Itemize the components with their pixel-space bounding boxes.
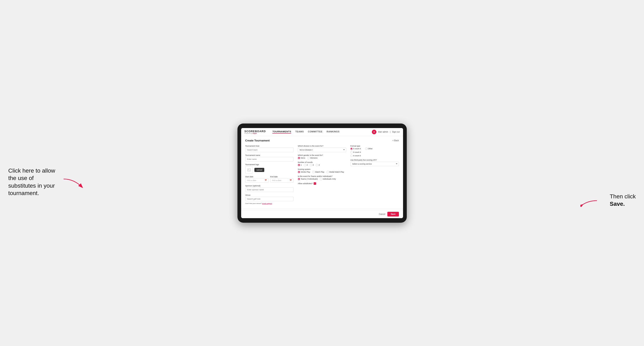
venue-input[interactable] (245, 197, 294, 201)
page-content: Create Tournament < Back Tournament Host… (241, 136, 403, 207)
rounds-1-radio[interactable] (298, 164, 300, 166)
nav-teams[interactable]: TEAMS (295, 130, 304, 134)
event-individuals[interactable]: Individuals Only (320, 178, 336, 180)
substitutes-item[interactable]: Allow substitutes? ✓ (298, 182, 346, 185)
save-annotation: Save. (610, 201, 625, 207)
rounds-group: Number of rounds 1 2 (298, 161, 346, 166)
gender-group: Which gender is the event for? Mens Wome… (298, 154, 346, 159)
scoring-medal-radio[interactable] (326, 171, 329, 173)
scoring-stroke-radio[interactable] (298, 171, 300, 173)
tournament-logo-label: Tournament logo (245, 164, 294, 166)
rounds-3[interactable]: 3 (310, 164, 314, 166)
rounds-4-radio[interactable] (316, 164, 318, 166)
format-other[interactable]: Other (365, 148, 373, 150)
left-arrow-icon (62, 177, 86, 189)
scoring-options: Stroke Play Match Play Medal Match Play (298, 171, 346, 173)
nav-right: B blair admin | Sign out (372, 130, 400, 134)
rounds-3-radio[interactable] (310, 164, 312, 166)
right-arrow-icon (580, 198, 599, 207)
format-group: Format type 5 count 4 Other (350, 145, 399, 157)
logo-clippd: clippd (252, 133, 257, 134)
rounds-2[interactable]: 2 (304, 164, 308, 166)
scoring-match[interactable]: Match Play (312, 171, 324, 173)
gender-womens[interactable]: Womens (307, 157, 317, 159)
back-button[interactable]: < Back (392, 139, 399, 142)
event-type-label: Is this event for Teams and/or Individua… (298, 175, 346, 177)
scoring-stroke[interactable]: Stroke Play (298, 171, 310, 173)
format-5count4[interactable]: 5 count 4 (350, 148, 361, 150)
tablet-device: SCOREBOARD Powered by clippd TOURNAMENTS… (238, 124, 407, 223)
sign-out-link[interactable]: Sign out (392, 131, 400, 133)
save-button[interactable]: Save (387, 212, 399, 216)
event-teams[interactable]: Teams (+Individuals) (298, 178, 318, 180)
tournament-name-input[interactable] (245, 157, 294, 162)
scoring-stroke-label: Stroke Play (301, 171, 310, 173)
form-col-2: Which division is the event for? NCAA Di… (298, 145, 346, 204)
sponsor-input[interactable] (245, 187, 294, 192)
tournament-host-label: Tournament Host (245, 145, 294, 147)
format-options: 5 count 4 Other 6 count 4 (350, 148, 399, 157)
substitutes-checkbox[interactable]: ✓ (314, 182, 316, 185)
tournament-host-input[interactable] (245, 148, 294, 152)
rounds-4[interactable]: 4 (316, 164, 320, 166)
division-select[interactable]: NCAA Division I (298, 148, 346, 152)
format-6count4-radio[interactable] (350, 151, 353, 154)
calendar-icon: 📅 (265, 179, 267, 181)
division-label: Which division is the event for? (298, 145, 346, 147)
event-teams-label: Teams (+Individuals) (301, 178, 318, 180)
end-date-group: End date Pick a date 📅 (270, 176, 294, 183)
api-select[interactable]: Select a scoring service (350, 162, 399, 166)
sponsor-group: Sponsor (optional) (245, 185, 294, 192)
rounds-1-label: 1 (301, 164, 302, 166)
division-group: Which division is the event for? NCAA Di… (298, 145, 346, 152)
nav-committee[interactable]: COMMITTEE (308, 130, 322, 134)
scoring-medal[interactable]: Medal Match Play (326, 171, 344, 173)
api-label: Use third-party live scoring API? (350, 159, 399, 161)
page-title: Create Tournament (245, 139, 270, 142)
gender-options: Mens Womens (298, 157, 346, 159)
rounds-options: 1 2 3 (298, 164, 346, 166)
event-type-options: Teams (+Individuals) Individuals Only (298, 178, 346, 180)
left-annotation: Click here to allow the use of substitut… (8, 167, 62, 197)
format-6count5-radio[interactable] (350, 155, 353, 157)
scoring-match-radio[interactable] (312, 171, 314, 173)
tournament-logo-group: Tournament logo Upload (245, 164, 294, 173)
format-5count4-radio[interactable] (350, 148, 353, 150)
format-6count4-label: 6 count 4 (353, 151, 361, 153)
sponsor-label: Sponsor (optional) (245, 185, 294, 187)
format-6count5[interactable]: 6 count 5 (350, 155, 399, 157)
gender-mens-radio[interactable] (298, 157, 300, 159)
gender-womens-label: Womens (310, 157, 317, 159)
nav-rankings[interactable]: RANKINGS (327, 130, 340, 134)
format-label: Format type (350, 145, 399, 147)
start-date-input[interactable]: Pick a date 📅 (245, 178, 269, 183)
scoring-medal-label: Medal Match Play (329, 171, 344, 173)
logo-powered: Powered by clippd (244, 133, 266, 134)
venue-group: Venue Can't find your venue? email suppo… (245, 194, 294, 204)
event-individuals-radio[interactable] (320, 178, 322, 180)
gender-label: Which gender is the event for? (298, 154, 346, 156)
event-individuals-label: Individuals Only (323, 178, 336, 180)
nav-tournaments[interactable]: TOURNAMENTS (272, 130, 291, 134)
rounds-1[interactable]: 1 (298, 164, 302, 166)
rounds-4-label: 4 (318, 164, 320, 166)
gender-womens-radio[interactable] (307, 157, 310, 159)
rounds-2-radio[interactable] (304, 164, 306, 166)
tournament-name-label: Tournament name (245, 154, 294, 156)
nav-separator: | (390, 131, 390, 133)
format-5count4-label: 5 count 4 (353, 148, 361, 150)
format-6count4[interactable]: 6 count 4 (350, 151, 399, 154)
format-6count5-label: 6 count 5 (353, 155, 361, 157)
venue-help: Can't find your venue? email support (245, 202, 294, 204)
format-other-label: Other (368, 148, 373, 150)
upload-button[interactable]: Upload (254, 168, 264, 172)
gender-mens[interactable]: Mens (298, 157, 305, 159)
event-teams-radio[interactable] (298, 178, 300, 180)
format-other-radio[interactable] (365, 148, 367, 150)
api-group: Use third-party live scoring API? Select… (350, 159, 399, 166)
cancel-button[interactable]: Cancel (379, 213, 385, 215)
venue-help-link[interactable]: email support (262, 202, 272, 204)
end-date-input[interactable]: Pick a date 📅 (270, 178, 294, 183)
page-footer: Cancel Save (241, 210, 403, 218)
logo-upload-area: Upload (245, 166, 294, 173)
